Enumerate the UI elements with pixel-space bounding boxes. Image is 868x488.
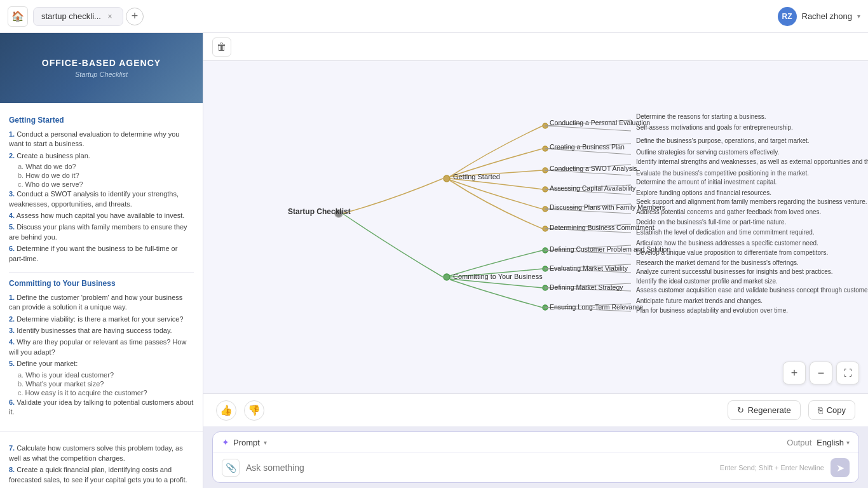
prompt-input[interactable] — [246, 463, 714, 473]
list-item: c. How easy is it to acquire the custome… — [18, 389, 194, 396]
user-menu-chevron-icon[interactable]: ▾ — [857, 13, 860, 20]
leaf-label: Determine the reasons for starting a bus… — [636, 113, 766, 120]
copy-button[interactable]: ⎘ Copy — [808, 400, 855, 420]
leaf-label: Develop a unique value proposition to di… — [636, 249, 828, 256]
list-item: b. How do we do it? — [18, 172, 194, 179]
dislike-button[interactable]: 👎 — [244, 400, 264, 421]
list-item: 2. Determine viability: is there a marke… — [9, 315, 194, 324]
node-label: Defining Market Strategy — [550, 283, 623, 291]
svg-point-6 — [543, 146, 548, 151]
prompt-label-button[interactable]: ✦ Prompt ▾ — [222, 437, 267, 447]
sidebar-cover: OFFICE-BASED AGENCY Startup Checklist — [0, 33, 203, 103]
expand-icon: ⛶ — [843, 368, 852, 378]
list-item: 8. Create a quick financial plan, identi… — [9, 465, 194, 485]
main-content: OFFICE-BASED AGENCY Startup Checklist Ge… — [0, 33, 868, 488]
delete-button[interactable]: 🗑 — [212, 37, 231, 57]
cover-title: OFFICE-BASED AGENCY — [42, 58, 161, 68]
leaf-label: Research the market demand for the busin… — [636, 259, 799, 266]
branch1-label: Getting Started — [453, 173, 500, 180]
prompt-chevron-icon: ▾ — [264, 439, 267, 446]
copy-label: Copy — [827, 405, 846, 415]
node-label: Conducting a SWOT Analysis — [550, 165, 637, 172]
zoom-in-button[interactable]: + — [783, 362, 806, 384]
list-item: 6. Determine if you want the business to… — [9, 244, 194, 264]
tab-bar: startup checkli... × + — [33, 7, 773, 26]
node-label: Ensuring Long-Term Relevance — [550, 303, 643, 311]
leaf-label: Identify internal strengths and weakness… — [636, 158, 868, 165]
send-button[interactable]: ➤ — [831, 458, 850, 477]
svg-point-12 — [543, 187, 548, 192]
leaf-label: Seek support and alignment from family m… — [636, 198, 867, 205]
node-label: Assessing Capital Availability — [550, 184, 635, 192]
leaf-label: Address potential concerns and gather fe… — [636, 208, 821, 215]
svg-point-15 — [543, 207, 548, 212]
add-tab-icon: + — [132, 10, 139, 23]
list-item: 5. Discuss your plans with family member… — [9, 222, 194, 242]
leaf-label: Articulate how the business addresses a … — [636, 240, 818, 247]
svg-point-24 — [543, 266, 548, 271]
list-item: c. Who do we serve? — [18, 180, 194, 188]
node-label: Evaluating Market Viability — [550, 264, 628, 272]
prompt-label-text: Prompt — [233, 438, 260, 447]
leaf-label: Self-assess motivations and goals for en… — [636, 124, 793, 131]
list-item: 7. Calculate how customers solve this pr… — [9, 444, 194, 463]
section-title-committing: Committing to Your Business — [9, 279, 194, 288]
leaf-label: Plan for business adaptability and evolu… — [636, 307, 788, 314]
leaf-label: Determine the amount of initial investme… — [636, 179, 776, 186]
divider — [0, 431, 203, 432]
regenerate-button[interactable]: ↻ Regenerate — [728, 400, 801, 420]
leaf-label: Anticipate future market trends and chan… — [636, 297, 763, 304]
home-button[interactable]: 🏠 — [8, 6, 28, 27]
sidebar-section-getting-started: Getting Started 1. Conduct a personal ev… — [0, 103, 203, 426]
list-item: 4. Assess how much capital you have avai… — [9, 211, 194, 220]
tab-title: startup checkli... — [41, 11, 101, 21]
attach-icon: 📎 — [226, 463, 236, 473]
zoom-out-button[interactable]: − — [810, 362, 832, 384]
list-item: 3. Identify businesses that are having s… — [9, 326, 194, 336]
expand-button[interactable]: ⛶ — [836, 362, 859, 384]
list-item: a. What do we do? — [18, 163, 194, 170]
leaf-label: Analyze current successful businesses fo… — [636, 268, 833, 275]
svg-point-21 — [543, 248, 548, 253]
root-node-label: Startup Checklist — [288, 207, 351, 216]
list-item: 2. Create a business plan. — [9, 151, 194, 161]
section-title-getting-started: Getting Started — [9, 116, 194, 125]
mindmap-container: Startup Checklist Getting Started Commit… — [250, 74, 822, 353]
like-icon: 👍 — [220, 404, 233, 416]
language-select[interactable]: English ▾ — [817, 438, 850, 447]
svg-point-1 — [444, 175, 450, 182]
divider — [9, 272, 194, 273]
dislike-icon: 👎 — [248, 404, 261, 416]
leaf-label: Assess customer acquisition ease and val… — [636, 287, 868, 294]
right-panel: 🗑 — [203, 33, 868, 488]
send-icon: ➤ — [836, 462, 844, 474]
tab-close-button[interactable]: × — [105, 11, 115, 22]
list-item: 5. Define your market: — [9, 359, 194, 369]
list-item: 6. Validate your idea by talking to pote… — [9, 398, 194, 417]
action-bar: 👍 👎 ↻ Regenerate ⎘ Copy — [203, 393, 868, 426]
like-button[interactable]: 👍 — [216, 400, 236, 421]
svg-point-2 — [444, 274, 450, 280]
attach-button[interactable]: 📎 — [222, 459, 240, 477]
output-lang-selector: Output English ▾ — [787, 438, 850, 447]
committing-items: 1. Define the customer 'problem' and how… — [9, 292, 194, 421]
active-tab[interactable]: startup checkli... × — [33, 7, 123, 26]
svg-line-5 — [545, 126, 631, 131]
list-item: b. What's your market size? — [18, 380, 194, 388]
add-tab-button[interactable]: + — [126, 8, 144, 25]
language-value: English — [817, 438, 844, 447]
mindmap-area[interactable]: Startup Checklist Getting Started Commit… — [203, 61, 868, 393]
copy-icon: ⎘ — [818, 405, 823, 415]
leaf-label: Identify the ideal customer profile and … — [636, 278, 778, 285]
trash-icon: 🗑 — [217, 41, 227, 53]
node-label: Conducting a Personal Evaluation — [550, 119, 650, 126]
output-label: Output — [787, 438, 811, 447]
leaf-label: Establish the level of dedication and ti… — [636, 229, 815, 236]
svg-point-18 — [543, 226, 548, 231]
svg-point-3 — [543, 123, 548, 128]
topbar: 🏠 startup checkli... × + RZ Rachel zhong… — [0, 0, 868, 33]
mindmap-toolbar: 🗑 — [203, 33, 868, 61]
prompt-top: ✦ Prompt ▾ Output English ▾ — [213, 432, 858, 453]
regenerate-icon: ↻ — [737, 405, 744, 415]
home-icon: 🏠 — [11, 10, 24, 22]
